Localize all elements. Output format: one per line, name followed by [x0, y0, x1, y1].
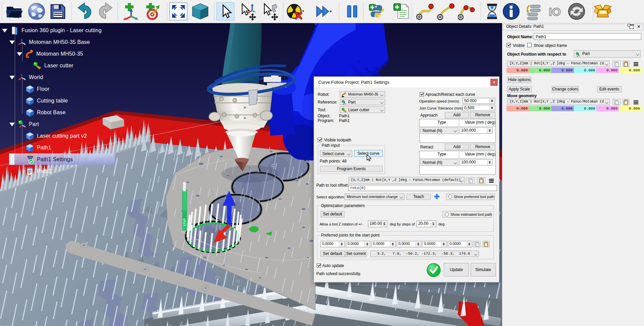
- svg-text:IO: IO: [549, 5, 561, 18]
